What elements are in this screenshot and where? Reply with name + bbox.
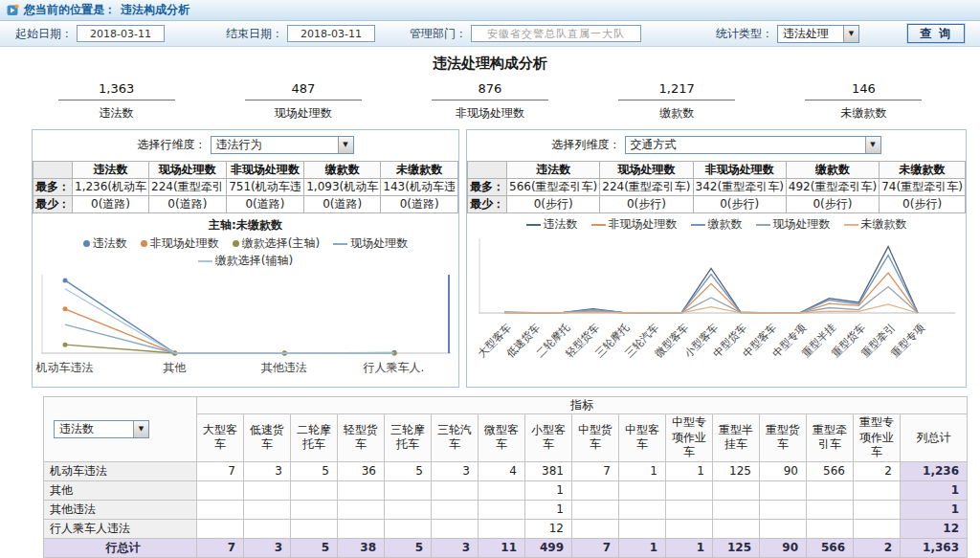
indicator-group-header: 指标 (197, 397, 968, 414)
legend-item[interactable]: 违法数 (83, 235, 127, 252)
column-header: 重型货车 (760, 414, 807, 462)
extreme-value: 0(步行) (507, 196, 600, 213)
table-cell (432, 500, 479, 519)
legend-item[interactable]: 现场处理数 (756, 216, 831, 233)
table-cell (713, 480, 760, 500)
table-cell: 90 (760, 461, 807, 480)
left-chart-legend: 违法数非现场处理数缴款选择(主轴)现场处理数缴款选择(辅轴) (59, 235, 433, 269)
table-cell: 566 (807, 538, 854, 557)
table-cell: 1 (901, 480, 968, 500)
end-date-group: 结束日期： (226, 25, 375, 42)
extreme-value: 342(重型牵引车) (693, 179, 786, 196)
table-cell (432, 480, 479, 500)
legend-dot-marker (141, 240, 147, 247)
table-cell (713, 519, 760, 538)
left-chart-title: 主轴:未缴款数 (33, 217, 458, 234)
legend-item[interactable]: 缴款选择(主轴) (233, 235, 320, 252)
legend-label: 违法数 (544, 216, 578, 233)
column-header: 重型牵引车 (807, 414, 854, 462)
legend-line-marker (198, 260, 212, 262)
breadcrumb-current[interactable]: 违法构成分析 (121, 2, 189, 18)
legend-item[interactable]: 非现场处理数 (591, 216, 678, 233)
end-date-input[interactable] (287, 25, 375, 42)
summary-label: 违法数 (23, 105, 210, 122)
table-cell: 381 (525, 461, 572, 480)
table-cell: 7 (572, 461, 619, 480)
start-date-group: 起始日期： (15, 25, 165, 42)
table-cell: 3 (244, 461, 291, 480)
row-label: 其他 (44, 480, 197, 500)
row-dimension-chart (40, 271, 452, 359)
row-extremes-table-wrap: 违法数现场处理数非现场处理数缴款数未缴款数最多：1,236(机动车224(重型牵… (33, 161, 458, 213)
column-header: 缴款数 (786, 162, 879, 179)
legend-line-marker (526, 224, 541, 226)
column-header: 重型专项作业车 (854, 414, 901, 462)
metric-select[interactable]: 违法数▼ (54, 420, 149, 438)
legend-label: 现场处理数 (350, 235, 408, 252)
table-header-row: 违法数现场处理数非现场处理数缴款数未缴款数 (33, 162, 458, 179)
table-cell (244, 500, 291, 519)
chevron-down-icon: ▼ (338, 137, 353, 153)
table-cell (338, 500, 385, 519)
extreme-value: 143(机动车违 (381, 179, 458, 196)
legend-line-marker (756, 224, 770, 226)
legend-item[interactable]: 未缴款数 (844, 216, 907, 233)
table-cell: 4 (479, 461, 525, 480)
table-cell: 90 (760, 538, 807, 557)
extreme-value: 0(道路) (73, 196, 149, 213)
table-cell (760, 480, 807, 500)
start-date-label: 起始日期： (15, 26, 73, 42)
table-row: 行人乘车人违法1212 (44, 519, 968, 538)
breadcrumb-bar: 您当前的位置是： 违法构成分析 (0, 0, 980, 21)
table-cell: 3 (432, 538, 479, 557)
table-cell (713, 500, 760, 519)
table-cell: 1,236 (901, 461, 968, 480)
legend-item[interactable]: 违法数 (526, 216, 578, 233)
summary-label: 未缴款数 (770, 105, 957, 122)
column-header: 中型专项作业车 (666, 414, 713, 462)
table-cell: 36 (338, 461, 385, 480)
table-cell: 499 (525, 538, 572, 557)
row-label: 机动车违法 (44, 461, 197, 480)
table-cell (385, 500, 432, 519)
table-cell (338, 519, 385, 538)
legend-label: 非现场处理数 (609, 216, 678, 233)
department-input[interactable] (471, 25, 641, 42)
left-x-axis: 机动车违法其他其他违法行人乘车人. (40, 359, 452, 374)
column-header: 缴款数 (304, 162, 381, 179)
table-cell: 12 (525, 519, 572, 538)
column-header: 三轮摩托车 (385, 414, 432, 462)
column-header: 现场处理数 (149, 162, 227, 179)
start-date-input[interactable] (77, 25, 165, 42)
column-header: 低速货车 (244, 414, 291, 462)
column-header: 三轮汽车 (432, 414, 479, 462)
table-cell (666, 480, 713, 500)
table-cell: 1 (901, 500, 968, 519)
table-cell (338, 480, 385, 500)
column-header: 违法数 (73, 162, 149, 179)
column-dimension-chart (478, 234, 956, 319)
column-header: 非现场处理数 (226, 162, 304, 179)
legend-item[interactable]: 现场处理数 (333, 235, 408, 252)
x-axis-label: 其他违法 (261, 360, 307, 376)
breadcrumb: 您当前的位置是： (24, 2, 116, 18)
table-cell (619, 500, 666, 519)
table-cell (244, 519, 291, 538)
legend-item[interactable]: 缴款选择(辅轴) (198, 253, 293, 269)
legend-item[interactable]: 缴款数 (691, 216, 743, 233)
stat-type-select[interactable]: 违法处理 ▼ (777, 25, 859, 43)
column-header: 违法数 (507, 162, 600, 179)
extreme-value: 0(道路) (304, 196, 381, 213)
column-header: 微型客车 (479, 414, 525, 462)
corner-cell (468, 162, 507, 179)
table-cell (479, 480, 525, 500)
summary-label: 缴款数 (584, 105, 770, 122)
query-button[interactable]: 查 询 (907, 24, 965, 43)
table-cell (197, 480, 244, 500)
x-axis-label: 行人乘车人. (364, 360, 425, 376)
row-dimension-select[interactable]: 违法行为 ▼ (211, 136, 354, 154)
column-dimension-select[interactable]: 交通方式 ▼ (625, 136, 881, 154)
right-x-axis: 大型客车低速货车二轮摩托轻型货车三轮摩托三轮汽车微型客车小型客车中型货车中型客车… (478, 319, 956, 370)
legend-item[interactable]: 非现场处理数 (141, 235, 219, 252)
stat-type-value: 违法处理 (778, 26, 843, 42)
